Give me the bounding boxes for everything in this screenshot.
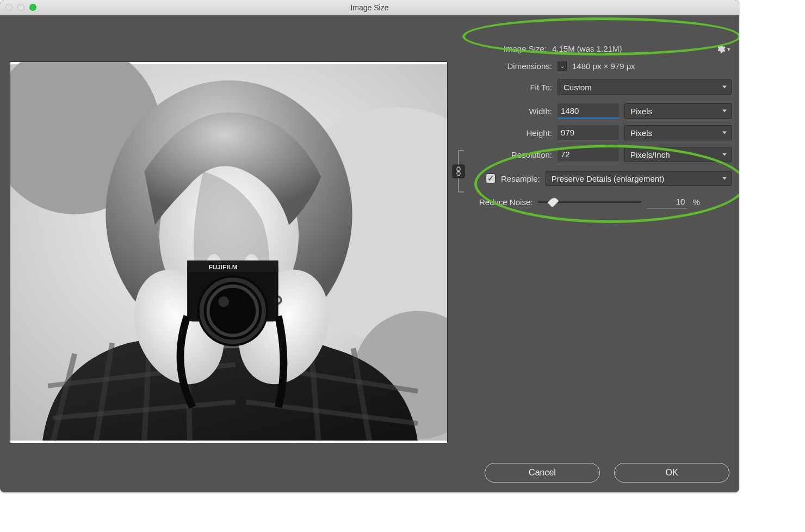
dialog-buttons: Cancel OK — [485, 463, 729, 482]
image-size-label: Image Size: — [448, 44, 547, 53]
image-size-row: Image Size: 4.15M (was 1.21M) — [448, 44, 712, 53]
reduce-noise-input[interactable] — [647, 195, 687, 209]
height-row: Height: Pixels — [453, 125, 732, 140]
resolution-unit-value: Pixels/Inch — [630, 150, 670, 159]
cancel-button[interactable]: Cancel — [485, 463, 600, 482]
height-unit-value: Pixels — [630, 128, 652, 138]
resolution-label: Resolution: — [453, 150, 552, 159]
resample-row: ✓ Resample: Preserve Details (enlargemen… — [486, 171, 732, 186]
reduce-noise-row: Reduce Noise: % — [479, 195, 732, 209]
reduce-noise-label: Reduce Noise: — [479, 197, 532, 207]
height-label: Height: — [453, 128, 552, 138]
window-title: Image Size — [0, 3, 739, 12]
form-panel: ▾ Image Size: 4.15M (was 1.21M) Dimensio… — [448, 61, 739, 492]
width-unit-select[interactable]: Pixels — [624, 103, 732, 119]
chevron-down-icon: ⌄ — [560, 63, 565, 69]
dimensions-unit-toggle[interactable]: ⌄ — [558, 61, 567, 71]
width-label: Width: — [453, 107, 552, 116]
width-input[interactable] — [558, 103, 619, 119]
resolution-input[interactable] — [558, 147, 619, 162]
camera-brand-text: FUJIFILM — [209, 263, 238, 271]
fit-to-row: Fit To: Custom — [453, 79, 732, 95]
resample-method-select[interactable]: Preserve Details (enlargement) — [546, 171, 732, 186]
height-unit-select[interactable]: Pixels — [624, 125, 732, 140]
dimensions-label: Dimensions: — [453, 61, 552, 71]
dialog-window: Image Size — [0, 0, 739, 492]
slider-thumb[interactable] — [547, 196, 559, 208]
dimensions-row: Dimensions: ⌄ 1480 px × 979 px — [453, 61, 732, 71]
resolution-unit-select[interactable]: Pixels/Inch — [624, 147, 732, 162]
image-size-value: 4.15M (was 1.21M) — [552, 44, 622, 53]
percent-suffix: % — [692, 197, 699, 207]
resample-checkbox[interactable]: ✓ — [486, 174, 496, 183]
fit-to-label: Fit To: — [453, 83, 552, 92]
resolution-row: Resolution: Pixels/Inch — [453, 147, 732, 162]
svg-point-30 — [218, 296, 229, 307]
reduce-noise-slider[interactable] — [538, 201, 641, 203]
dimensions-value: 1480 px × 979 px — [572, 61, 635, 71]
resample-method-value: Preserve Details (enlargement) — [552, 174, 665, 183]
titlebar: Image Size — [0, 0, 739, 15]
ok-button[interactable]: OK — [614, 463, 729, 482]
fit-to-select[interactable]: Custom — [558, 79, 732, 95]
height-input[interactable] — [558, 125, 619, 140]
fit-to-value: Custom — [564, 83, 592, 92]
constrain-proportions-lock[interactable] — [451, 147, 466, 195]
cancel-button-label: Cancel — [529, 468, 556, 478]
image-preview[interactable]: FUJIFILM — [10, 61, 448, 443]
dialog-body: FUJIFILM ▾ Image Size: 4.15 — [0, 15, 739, 492]
resample-label: Resample: — [501, 174, 540, 183]
ok-button-label: OK — [665, 468, 678, 478]
check-icon: ✓ — [487, 174, 494, 183]
preview-illustration: FUJIFILM — [10, 62, 447, 443]
width-unit-value: Pixels — [630, 107, 652, 116]
width-row: Width: Pixels — [453, 103, 732, 119]
